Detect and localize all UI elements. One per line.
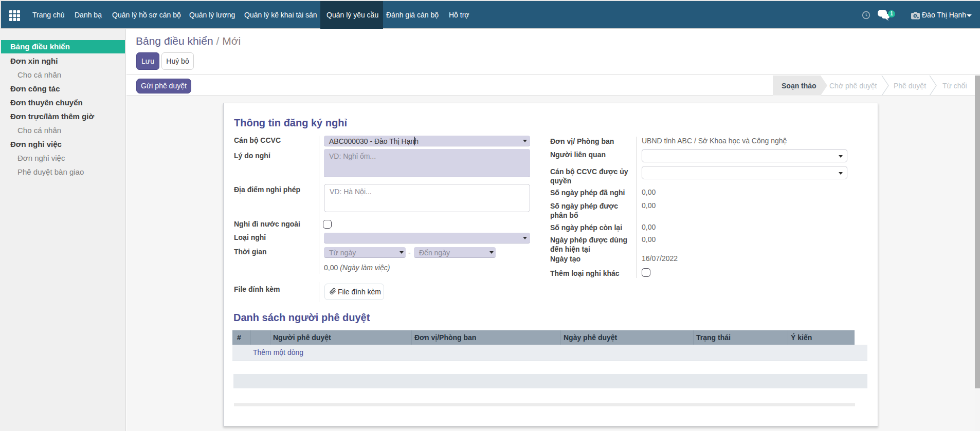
svg-text:Chờ phê duyệt: Chờ phê duyệt <box>829 82 877 90</box>
svg-text:Soạn thảo: Soạn thảo <box>782 82 816 90</box>
svg-text:Phê duyệt: Phê duyệt <box>894 82 926 90</box>
svg-text:Từ chối: Từ chối <box>942 82 967 90</box>
